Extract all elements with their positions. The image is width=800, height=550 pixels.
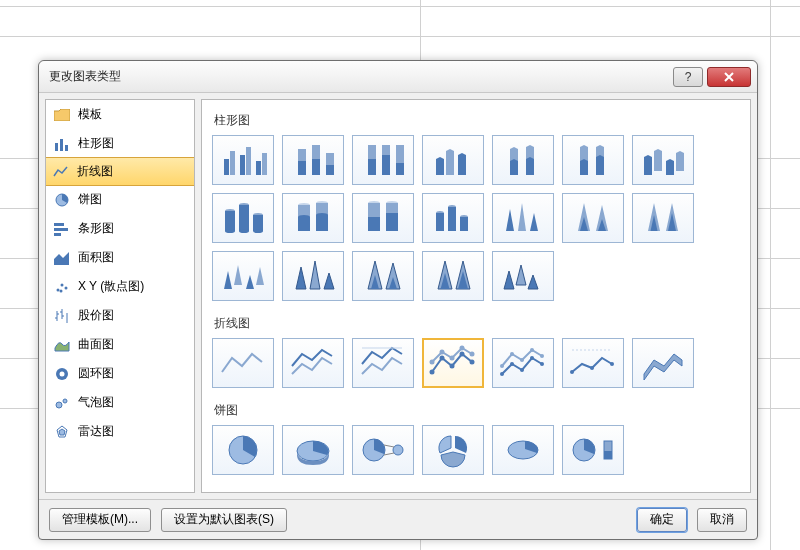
thumb-bar-of-pie[interactable] [562, 425, 624, 475]
sidebar-item-templates[interactable]: 模板 [46, 100, 194, 129]
svg-point-96 [229, 436, 257, 464]
column-chart-grid [212, 135, 740, 301]
sidebar-item-label: 饼图 [78, 191, 102, 208]
svg-point-74 [450, 364, 455, 369]
thumb-cone-clustered[interactable] [492, 193, 554, 243]
thumb-column-3d[interactable] [632, 135, 694, 185]
section-label-column: 柱形图 [214, 112, 740, 129]
svg-point-94 [590, 366, 594, 370]
thumb-cylinder-clustered[interactable] [212, 193, 274, 243]
chart-type-gallery-scroll[interactable]: 柱形图 [202, 100, 750, 492]
thumb-pie-of-pie[interactable] [352, 425, 414, 475]
surface-chart-icon [54, 337, 70, 353]
sidebar-item-radar[interactable]: 雷达图 [46, 417, 194, 446]
thumb-pie[interactable] [212, 425, 274, 475]
sidebar-item-label: 条形图 [78, 220, 114, 237]
thumb-column-clustered[interactable] [212, 135, 274, 185]
thumb-column-stacked[interactable] [282, 135, 344, 185]
line-chart-icon [53, 164, 69, 180]
thumb-cone-3d[interactable] [212, 251, 274, 301]
svg-point-62 [386, 201, 398, 205]
help-button[interactable]: ? [673, 67, 703, 87]
svg-point-93 [570, 370, 574, 374]
sidebar-item-line[interactable]: 折线图 [45, 157, 195, 186]
svg-rect-26 [240, 155, 245, 175]
thumb-line-stacked-markers[interactable] [492, 338, 554, 388]
thumb-line[interactable] [212, 338, 274, 388]
sidebar-item-surface[interactable]: 曲面图 [46, 330, 194, 359]
thumb-column-3d-clustered[interactable] [422, 135, 484, 185]
svg-marker-23 [59, 429, 65, 435]
sidebar-item-area[interactable]: 面积图 [46, 243, 194, 272]
sidebar-item-doughnut[interactable]: 圆环图 [46, 359, 194, 388]
sidebar-item-scatter[interactable]: X Y (散点图) [46, 272, 194, 301]
svg-point-44 [225, 229, 235, 233]
thumb-column-100stacked[interactable] [352, 135, 414, 185]
svg-rect-43 [225, 211, 235, 231]
svg-rect-27 [246, 147, 251, 175]
svg-rect-39 [382, 155, 390, 175]
svg-point-88 [510, 352, 514, 356]
svg-point-47 [239, 229, 249, 233]
svg-rect-61 [368, 217, 380, 231]
svg-point-81 [470, 352, 475, 357]
svg-rect-105 [604, 451, 612, 459]
svg-point-97 [297, 441, 329, 461]
svg-rect-46 [239, 205, 249, 231]
thumb-pie-3d[interactable] [282, 425, 344, 475]
thumb-cylinder-100stacked[interactable] [352, 193, 414, 243]
svg-point-80 [460, 346, 465, 351]
thumb-cone-100stacked[interactable] [632, 193, 694, 243]
scatter-chart-icon [54, 279, 70, 295]
manage-templates-button[interactable]: 管理模板(M)... [49, 508, 151, 532]
svg-rect-64 [386, 213, 398, 231]
sidebar-item-pie[interactable]: 饼图 [46, 185, 194, 214]
thumb-cylinder-3d[interactable] [422, 193, 484, 243]
svg-rect-68 [448, 207, 456, 231]
set-default-chart-button[interactable]: 设置为默认图表(S) [161, 508, 287, 532]
sidebar-item-label: 气泡图 [78, 394, 114, 411]
thumb-line-100stacked-markers[interactable] [562, 338, 624, 388]
thumb-line-100stacked[interactable] [352, 338, 414, 388]
thumb-line-3d[interactable] [632, 338, 694, 388]
sidebar-item-bar[interactable]: 条形图 [46, 214, 194, 243]
svg-point-79 [450, 356, 455, 361]
thumb-pie-exploded-3d[interactable] [492, 425, 554, 475]
cancel-button[interactable]: 取消 [697, 508, 747, 532]
close-button[interactable] [707, 67, 751, 87]
thumb-cylinder-stacked[interactable] [282, 193, 344, 243]
ok-button[interactable]: 确定 [637, 508, 687, 532]
thumb-pyramid-100stacked[interactable] [422, 251, 484, 301]
dialog-title: 更改图表类型 [49, 68, 669, 85]
sidebar-item-column[interactable]: 柱形图 [46, 129, 194, 158]
thumb-line-stacked[interactable] [282, 338, 344, 388]
svg-rect-6 [54, 233, 61, 236]
thumb-pyramid-clustered[interactable] [282, 251, 344, 301]
svg-point-91 [540, 354, 544, 358]
thumb-column-3d-stacked[interactable] [492, 135, 554, 185]
svg-rect-4 [54, 223, 64, 226]
svg-line-100 [384, 445, 394, 447]
thumb-pyramid-3d[interactable] [492, 251, 554, 301]
svg-point-102 [508, 441, 538, 459]
doughnut-chart-icon [54, 366, 70, 382]
svg-point-20 [56, 402, 62, 408]
sidebar-item-label: 股价图 [78, 307, 114, 324]
sidebar-item-bubble[interactable]: 气泡图 [46, 388, 194, 417]
svg-point-51 [298, 203, 310, 207]
thumb-pyramid-stacked[interactable] [352, 251, 414, 301]
svg-point-85 [530, 356, 534, 360]
thumb-line-markers[interactable] [422, 338, 484, 388]
thumb-column-3d-100stacked[interactable] [562, 135, 624, 185]
svg-rect-36 [368, 145, 376, 175]
sidebar-item-stock[interactable]: 股价图 [46, 301, 194, 330]
svg-rect-70 [460, 217, 468, 231]
thumb-pie-exploded[interactable] [422, 425, 484, 475]
svg-rect-104 [604, 441, 612, 459]
dialog-titlebar: 更改图表类型 ? [39, 61, 757, 93]
dialog-footer: 管理模板(M)... 设置为默认图表(S) 确定 取消 [39, 499, 757, 539]
thumb-cone-stacked[interactable] [562, 193, 624, 243]
bar-chart-icon [54, 221, 70, 237]
svg-point-7 [57, 288, 60, 291]
chart-category-sidebar: 模板 柱形图 折线图 饼图 [45, 99, 195, 493]
